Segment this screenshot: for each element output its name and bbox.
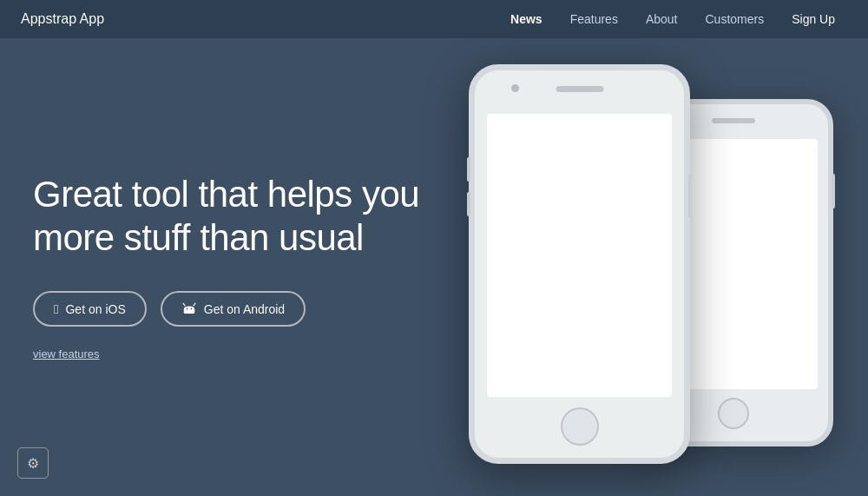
android-button-label: Get on Android xyxy=(204,302,285,316)
ios-button-label: Get on iOS xyxy=(65,302,125,316)
android-icon xyxy=(181,301,197,316)
nav-link-about[interactable]: About xyxy=(634,7,690,31)
phone-front-side-left2 xyxy=(467,192,470,216)
phone-front-camera xyxy=(511,84,519,92)
phone-back-side-button xyxy=(832,174,835,208)
nav-link-news[interactable]: News xyxy=(498,7,555,31)
get-ios-button[interactable]:  Get on iOS xyxy=(33,291,147,327)
hero-section: Great tool that helps you more stuff tha… xyxy=(0,38,868,496)
phone-front-home-button xyxy=(561,407,599,446)
svg-point-1 xyxy=(190,308,192,310)
phone-back-speaker xyxy=(712,118,755,123)
phone-front-side-right xyxy=(688,175,692,218)
phone-front-screen xyxy=(487,114,672,397)
nav-link-features[interactable]: Features xyxy=(558,7,630,31)
phone-front xyxy=(469,64,690,464)
nav-link-signup[interactable]: Sign Up xyxy=(779,7,847,31)
nav-brand: Appstrap App xyxy=(21,11,104,27)
nav-link-customers[interactable]: Customers xyxy=(694,7,777,31)
get-android-button[interactable]: Get on Android xyxy=(161,291,306,327)
phone-front-speaker xyxy=(556,86,603,92)
svg-line-2 xyxy=(183,303,185,306)
navbar: Appstrap App News Features About Custome… xyxy=(0,0,868,38)
phone-mockups xyxy=(460,56,842,490)
view-features-link[interactable]: view features xyxy=(33,347,100,360)
gear-icon: ⚙ xyxy=(27,455,39,472)
apple-icon:  xyxy=(54,301,58,316)
svg-line-3 xyxy=(194,303,195,306)
hero-title: Great tool that helps you more stuff tha… xyxy=(33,173,432,261)
nav-links: News Features About Customers Sign Up xyxy=(498,7,847,31)
phone-front-side-left xyxy=(467,157,470,182)
svg-point-0 xyxy=(186,308,187,310)
hero-buttons:  Get on iOS Get on Android xyxy=(33,291,432,327)
settings-button[interactable]: ⚙ xyxy=(17,447,49,479)
phone-back-home-button xyxy=(718,398,749,429)
hero-content: Great tool that helps you more stuff tha… xyxy=(33,173,432,362)
